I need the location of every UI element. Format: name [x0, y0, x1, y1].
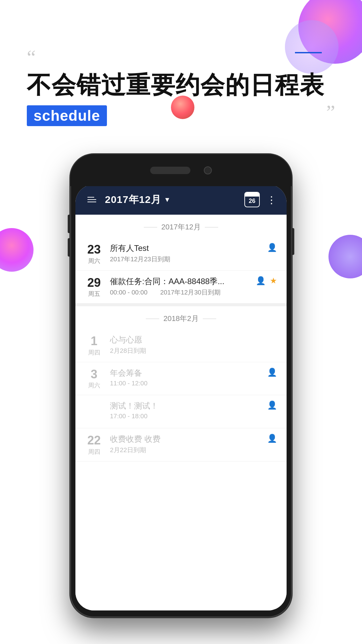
phone-camera [204, 166, 212, 174]
menu-line-3 [87, 202, 96, 202]
schedule-title: 收费收费 收费 [110, 434, 264, 444]
date-day: 1 [85, 334, 103, 348]
date-weekday: 周四 [85, 448, 103, 456]
quote-right: ” [326, 101, 335, 124]
dropdown-arrow-icon[interactable]: ▼ [164, 196, 171, 204]
date-weekday: 周六 [85, 381, 103, 389]
volume-down-button [68, 238, 70, 257]
menu-line-2 [87, 199, 96, 200]
menu-icon[interactable] [85, 194, 99, 205]
date-day: 29 [85, 276, 103, 289]
schedule-subtitle: 17:00 - 18:00 [110, 413, 264, 420]
date-block-29: 29 周五 [85, 276, 103, 298]
date-weekday: 周五 [85, 290, 103, 298]
schedule-item[interactable]: 29 周五 催款任务:合同：AAA-88488季... 00:00 - 00:0… [75, 271, 287, 304]
schedule-title: 所有人Test [110, 243, 264, 254]
date-day: 23 [85, 243, 103, 256]
date-block-23: 23 周六 [85, 243, 103, 265]
date-weekday: 周六 [85, 257, 103, 265]
schedule-icons: 👤 [267, 368, 277, 377]
phone-notch [70, 154, 292, 186]
schedule-title: 测试！测试！ [110, 400, 264, 411]
schedule-title: 心与心愿 [110, 334, 277, 345]
schedule-icons: 👤 [267, 243, 277, 252]
schedule-detail: 心与心愿 2月28日到期 [110, 334, 277, 355]
date-weekday: 周四 [85, 348, 103, 357]
divider-left [144, 227, 157, 227]
app-header: 2017年12月 ▼ 26 ⋮ [75, 184, 287, 215]
star-icon: ★ [270, 276, 277, 285]
month-section-2018-2: 2018年2月 [75, 306, 287, 329]
person-icon: 👤 [256, 276, 266, 285]
phone-mockup: 2017年12月 ▼ 26 ⋮ 2017年12月 [70, 154, 292, 617]
more-options-icon[interactable]: ⋮ [266, 194, 277, 206]
date-block-1: 1 周四 [85, 334, 103, 357]
header-right-icons: 26 ⋮ [244, 192, 277, 207]
schedule-icons: 👤 [267, 400, 277, 410]
month-label-2017-12: 2017年12月 [161, 222, 200, 232]
header-section: “ 不会错过重要约会的日程表 schedule ” [0, 0, 362, 161]
schedule-detail: 测试！测试！ 17:00 - 18:00 [110, 400, 264, 420]
divider-left [146, 319, 159, 319]
person-icon: 👤 [267, 434, 277, 443]
schedule-detail: 所有人Test 2017年12月23日到期 [110, 243, 264, 264]
blue-line-decoration [295, 52, 322, 53]
schedule-item[interactable]: 1 周四 心与心愿 2月28日到期 [75, 329, 287, 362]
person-icon: 👤 [267, 368, 277, 377]
schedule-title: 年会筹备 [110, 368, 264, 378]
schedule-badge: schedule [27, 105, 107, 126]
volume-up-button [68, 215, 70, 233]
schedule-item[interactable]: 3 周六 测试！测试！ 17:00 - 18:00 👤 [75, 395, 287, 428]
schedule-detail: 催款任务:合同：AAA-88488季... 00:00 - 00:00 2017… [110, 276, 252, 297]
month-label-2018-2: 2018年2月 [163, 314, 198, 324]
date-day: 3 [85, 400, 103, 414]
schedule-subtitle: 2017年12月23日到期 [110, 255, 264, 264]
calendar-date: 26 [249, 198, 255, 205]
schedule-subtitle: 2月28日到期 [110, 346, 277, 355]
schedule-subtitle: 11:00 - 12:00 [110, 380, 264, 387]
phone-screen: 2017年12月 ▼ 26 ⋮ 2017年12月 [75, 184, 287, 610]
schedule-detail: 收费收费 收费 2月22日到期 [110, 434, 264, 454]
date-weekday: 周六 [85, 415, 103, 423]
schedule-icons: 👤 ★ [256, 276, 277, 285]
section-divider [75, 304, 287, 306]
date-block-3: 3 周六 [85, 368, 103, 390]
menu-line-1 [87, 197, 94, 198]
header-month-title: 2017年12月 [105, 193, 161, 207]
month-section-2017-12: 2017年12月 [75, 215, 287, 237]
date-block-empty: 3 周六 [85, 400, 103, 423]
phone-speaker [150, 167, 190, 174]
schedule-detail: 年会筹备 11:00 - 12:00 [110, 368, 264, 387]
blob-right-mid [328, 235, 362, 278]
person-icon: 👤 [267, 243, 277, 252]
schedule-subtitle: 2月22日到期 [110, 446, 264, 454]
divider-right [203, 319, 216, 319]
divider-right [205, 227, 218, 227]
schedule-title: 催款任务:合同：AAA-88488季... [110, 276, 252, 287]
app-content: 2017年12月 23 周六 所有人Test 2017年12月23日到期 👤 [75, 215, 287, 610]
schedule-icons: 👤 [267, 434, 277, 443]
quote-left: “ [27, 47, 335, 67]
schedule-item[interactable]: 23 周六 所有人Test 2017年12月23日到期 👤 [75, 237, 287, 271]
date-day: 3 [85, 368, 103, 381]
schedule-subtitle: 00:00 - 00:00 2017年12月30日到期 [110, 288, 252, 297]
power-button [292, 228, 294, 255]
main-title: 不会错过重要约会的日程表 [27, 70, 335, 99]
schedule-item[interactable]: 22 周四 收费收费 收费 2月22日到期 👤 [75, 428, 287, 462]
blob-left-mid [0, 228, 34, 272]
schedule-item[interactable]: 3 周六 年会筹备 11:00 - 12:00 👤 [75, 362, 287, 395]
person-icon: 👤 [267, 400, 277, 410]
date-block-22: 22 周四 [85, 434, 103, 456]
calendar-icon[interactable]: 26 [244, 192, 260, 207]
date-day: 22 [85, 434, 103, 447]
phone-outer-shell: 2017年12月 ▼ 26 ⋮ 2017年12月 [70, 154, 292, 617]
